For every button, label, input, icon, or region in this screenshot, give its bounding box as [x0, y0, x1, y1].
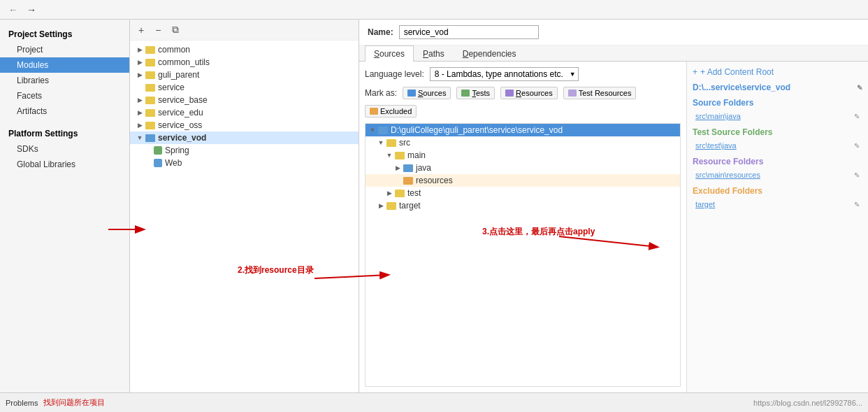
tree-item-label: main	[407, 150, 426, 160]
content-root-edit[interactable]: ✎	[857, 84, 862, 92]
tree-content: ▶ common ▶ common_utils ▶ guli_parent ▶ …	[130, 41, 359, 392]
tree-item-label: service_base	[158, 95, 208, 105]
list-item[interactable]: ▶ java	[366, 162, 680, 174]
edit-icon[interactable]: ✎	[854, 113, 860, 120]
content-root-path-text: D:\...service\service_vod	[693, 83, 790, 92]
test-source-folder-path[interactable]: src\test\java	[695, 141, 737, 150]
list-item[interactable]: ▶ service_base	[130, 94, 359, 106]
expand-icon: ▶	[136, 121, 144, 129]
mark-test-resources-btn[interactable]: Test Resources	[563, 87, 637, 99]
mark-excluded-btn[interactable]: Excluded	[365, 105, 417, 118]
tab-paths[interactable]: Paths	[414, 45, 454, 62]
tree-item-label: service	[158, 83, 185, 92]
mark-sources-btn[interactable]: Sources	[403, 87, 451, 99]
right-panel: Name: Sources Paths Dependencies Languag…	[359, 20, 868, 392]
list-item[interactable]: ▶ resources	[366, 174, 680, 187]
folder-icon	[145, 71, 155, 79]
excluded-folders-section: Excluded Folders target ✎	[693, 186, 862, 210]
forward-arrow[interactable]: →	[24, 3, 39, 17]
list-item: src\main\java ✎	[693, 111, 862, 122]
tree-remove-btn[interactable]: −	[152, 23, 164, 37]
url-watermark: https://blog.csdn.net/l2992786...	[753, 399, 862, 407]
mark-test-resources-label: Test Resources	[579, 89, 632, 97]
expand-icon: ▶	[385, 189, 393, 197]
list-item[interactable]: ▼ D:\guliCollege\guli_parent\service\ser…	[366, 124, 680, 136]
list-item[interactable]: ▶ service_edu	[130, 106, 359, 119]
sidebar: Project Settings Project Modules Librari…	[0, 20, 130, 392]
list-item[interactable]: ▶ test	[366, 187, 680, 199]
expand-icon: ▶	[136, 71, 144, 79]
list-item[interactable]: ▶ Web	[130, 157, 359, 169]
folder-icon	[378, 127, 388, 134]
folder-icon	[403, 177, 413, 185]
folder-icon	[145, 59, 155, 66]
list-item: src\main\resources ✎	[693, 169, 862, 180]
tree-item-label: test	[407, 188, 421, 198]
right-content-panel: + + Add Content Root D:\...service\servi…	[686, 62, 868, 392]
expand-icon: ▶	[377, 201, 385, 210]
status-bar: Problems 找到问题所在项目 https://blog.csdn.net/…	[0, 392, 868, 412]
list-item[interactable]: ▶ service	[130, 81, 359, 94]
lang-level-select[interactable]: 8 - Lambdas, type annotations etc.	[430, 67, 579, 81]
mark-as-row: Mark as: Sources Tests Resources	[365, 87, 681, 118]
add-content-root-btn[interactable]: + + Add Content Root	[693, 67, 862, 77]
excluded-folder-path[interactable]: target	[695, 200, 715, 208]
resource-folder-path[interactable]: src\main\resources	[695, 171, 760, 179]
expand-icon: ▼	[377, 138, 385, 147]
folder-icon	[145, 134, 155, 142]
tab-sources[interactable]: Sources	[365, 45, 414, 62]
sidebar-item-sdks[interactable]: SDKs	[0, 141, 129, 157]
list-item[interactable]: ▶ common_utils	[130, 56, 359, 69]
edit-icon[interactable]: ✎	[854, 142, 860, 150]
mark-as-label: Mark as:	[365, 88, 397, 98]
list-item[interactable]: ▶ guli_parent	[130, 69, 359, 81]
source-folder-path[interactable]: src\main\java	[695, 112, 741, 120]
name-label: Name:	[368, 27, 393, 37]
excluded-folders-title: Excluded Folders	[693, 186, 862, 196]
folder-icon	[403, 164, 413, 172]
sidebar-item-facets[interactable]: Facets	[0, 88, 129, 104]
add-content-root-label: + Add Content Root	[700, 67, 774, 77]
list-item[interactable]: ▶ target	[366, 199, 680, 212]
problems-status[interactable]: Problems	[6, 399, 38, 407]
lang-level-select-wrapper: 8 - Lambdas, type annotations etc.	[430, 67, 579, 81]
tree-item-label: service_vod	[158, 133, 206, 143]
sidebar-item-project[interactable]: Project	[0, 42, 129, 57]
list-item[interactable]: ▼ main	[366, 149, 680, 162]
spring-icon	[154, 146, 162, 155]
test-source-folders-section: Test Source Folders src\test\java ✎	[693, 127, 862, 151]
folder-icon	[386, 202, 396, 210]
list-item[interactable]: ▶ service_oss	[130, 119, 359, 132]
tree-item-label: src	[399, 138, 410, 148]
sidebar-item-artifacts[interactable]: Artifacts	[0, 104, 129, 119]
tree-toolbar: + − ⧉	[130, 20, 359, 41]
test-source-title: Test Source Folders	[693, 127, 862, 137]
list-item[interactable]: ▼ service_vod	[130, 132, 359, 144]
toolbar: ← →	[0, 0, 868, 20]
mark-tests-btn[interactable]: Tests	[456, 87, 495, 99]
list-item[interactable]: ▶ common	[130, 43, 359, 56]
sidebar-item-modules[interactable]: Modules	[0, 57, 129, 73]
name-input[interactable]	[399, 25, 539, 39]
sidebar-item-global-libraries[interactable]: Global Libraries	[0, 157, 129, 172]
main-layout: Project Settings Project Modules Librari…	[0, 20, 868, 392]
edit-icon[interactable]: ✎	[854, 201, 860, 208]
edit-icon[interactable]: ✎	[854, 171, 860, 179]
content-area: Language level: 8 - Lambdas, type annota…	[359, 62, 868, 392]
left-content: Language level: 8 - Lambdas, type annota…	[359, 62, 686, 392]
sidebar-item-libraries[interactable]: Libraries	[0, 73, 129, 88]
module-tree: + − ⧉ ▶ common ▶ common_utils ▶ guli_par…	[130, 20, 359, 392]
resources-icon	[505, 90, 514, 97]
tree-copy-btn[interactable]: ⧉	[169, 22, 182, 37]
tree-item-label: guli_parent	[158, 70, 199, 80]
list-item[interactable]: ▶ Spring	[130, 144, 359, 157]
expand-icon: ▼	[368, 126, 377, 134]
tab-dependencies[interactable]: Dependencies	[454, 45, 526, 62]
list-item[interactable]: ▼ src	[366, 136, 680, 149]
mark-resources-btn[interactable]: Resources	[500, 87, 558, 99]
expand-icon: ▼	[385, 151, 393, 159]
tree-add-btn[interactable]: +	[136, 23, 147, 37]
source-folders-title: Source Folders	[693, 98, 862, 108]
mark-sources-label: Sources	[418, 89, 446, 97]
back-arrow[interactable]: ←	[6, 3, 21, 17]
